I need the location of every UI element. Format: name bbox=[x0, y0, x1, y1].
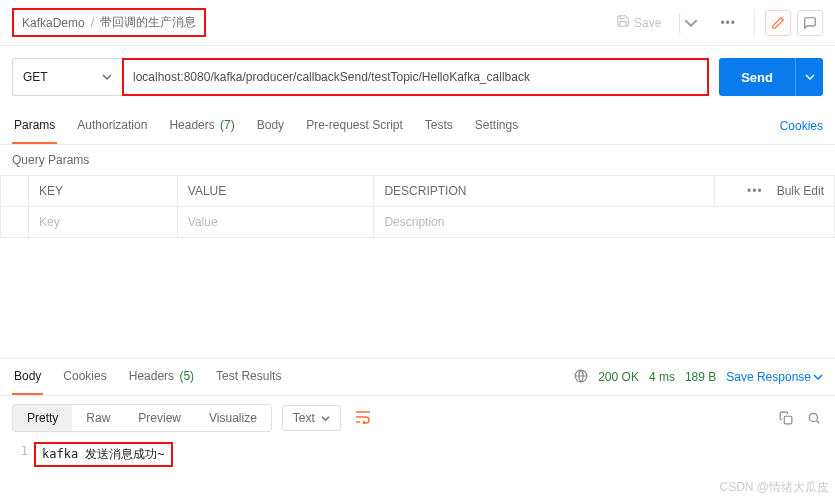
response-size: 189 B bbox=[685, 370, 716, 384]
save-button[interactable]: Save bbox=[608, 10, 669, 35]
view-visualize[interactable]: Visualize bbox=[195, 405, 271, 431]
response-line-1: kafka 发送消息成功~ bbox=[36, 444, 171, 465]
value-input[interactable]: Value bbox=[177, 207, 374, 238]
view-preview[interactable]: Preview bbox=[124, 405, 195, 431]
watermark: CSDN @情绪大瓜皮 bbox=[719, 479, 829, 496]
chevron-down-icon bbox=[102, 72, 112, 82]
breadcrumb-collection[interactable]: KafkaDemo bbox=[22, 16, 85, 30]
more-options[interactable]: ••• bbox=[712, 12, 744, 34]
comment-button[interactable] bbox=[797, 10, 823, 36]
desc-input[interactable]: Description bbox=[374, 207, 835, 238]
url-input[interactable] bbox=[122, 58, 709, 96]
key-input[interactable]: Key bbox=[29, 207, 178, 238]
columns-options[interactable]: ••• bbox=[747, 184, 763, 198]
view-mode-segment: Pretty Raw Preview Visualize bbox=[12, 404, 272, 432]
save-response[interactable]: Save Response bbox=[726, 370, 823, 384]
th-key: KEY bbox=[29, 176, 178, 207]
method-label: GET bbox=[23, 70, 48, 84]
resp-tab-cookies[interactable]: Cookies bbox=[61, 359, 108, 395]
edit-button[interactable] bbox=[765, 10, 791, 36]
cookies-link[interactable]: Cookies bbox=[780, 119, 823, 133]
search-button[interactable] bbox=[805, 411, 823, 425]
save-icon bbox=[616, 14, 630, 31]
chevron-down-icon bbox=[684, 16, 698, 30]
search-icon bbox=[807, 411, 821, 425]
send-button[interactable]: Send bbox=[719, 58, 795, 96]
query-params-table: KEY VALUE DESCRIPTION ••• Bulk Edit Key … bbox=[0, 175, 835, 238]
format-select[interactable]: Text bbox=[282, 405, 341, 431]
wrap-lines-button[interactable] bbox=[351, 406, 375, 431]
response-body[interactable]: 1 kafka 发送消息成功~ bbox=[0, 440, 835, 477]
svg-point-2 bbox=[809, 413, 817, 421]
bulk-edit-link[interactable]: Bulk Edit bbox=[777, 184, 824, 198]
network-icon[interactable] bbox=[574, 369, 588, 386]
method-select[interactable]: GET bbox=[12, 58, 122, 96]
pencil-icon bbox=[771, 16, 785, 30]
table-row[interactable]: Key Value Description bbox=[1, 207, 835, 238]
copy-icon bbox=[779, 411, 793, 425]
breadcrumb-sep: / bbox=[91, 16, 94, 30]
chevron-down-icon bbox=[321, 414, 330, 423]
resp-tab-headers[interactable]: Headers (5) bbox=[127, 359, 196, 395]
resp-tab-tests[interactable]: Test Results bbox=[214, 359, 283, 395]
response-time: 4 ms bbox=[649, 370, 675, 384]
send-dropdown[interactable] bbox=[795, 58, 823, 96]
line-number: 1 bbox=[12, 444, 36, 465]
view-raw[interactable]: Raw bbox=[72, 405, 124, 431]
th-value: VALUE bbox=[177, 176, 374, 207]
tab-prerequest[interactable]: Pre-request Script bbox=[304, 108, 405, 144]
tab-tests[interactable]: Tests bbox=[423, 108, 455, 144]
chevron-down-icon bbox=[805, 72, 815, 82]
tab-headers[interactable]: Headers (7) bbox=[167, 108, 236, 144]
save-label: Save bbox=[634, 16, 661, 30]
tab-authorization[interactable]: Authorization bbox=[75, 108, 149, 144]
view-pretty[interactable]: Pretty bbox=[13, 405, 72, 431]
chevron-down-icon bbox=[813, 372, 823, 382]
tab-body[interactable]: Body bbox=[255, 108, 286, 144]
copy-button[interactable] bbox=[777, 411, 795, 425]
breadcrumb[interactable]: KafkaDemo / 带回调的生产消息 bbox=[12, 8, 206, 37]
status-code: 200 OK bbox=[598, 370, 639, 384]
th-desc: DESCRIPTION bbox=[374, 176, 715, 207]
breadcrumb-item[interactable]: 带回调的生产消息 bbox=[100, 14, 196, 31]
comment-icon bbox=[803, 16, 817, 30]
svg-rect-1 bbox=[784, 416, 792, 424]
tab-settings[interactable]: Settings bbox=[473, 108, 520, 144]
query-params-title: Query Params bbox=[0, 145, 835, 175]
resp-tab-body[interactable]: Body bbox=[12, 359, 43, 395]
save-dropdown[interactable] bbox=[679, 12, 702, 34]
dots-icon: ••• bbox=[720, 16, 736, 30]
wrap-icon bbox=[355, 410, 371, 424]
tab-params[interactable]: Params bbox=[12, 108, 57, 144]
